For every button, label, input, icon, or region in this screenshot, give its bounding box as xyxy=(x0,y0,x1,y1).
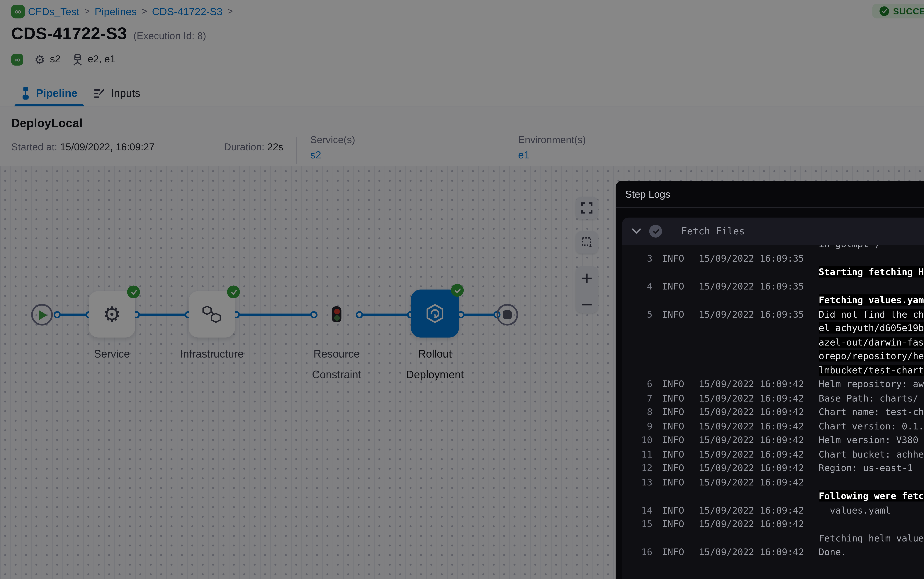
log-row: 3INFO15/09/2022 16:09:35 xyxy=(632,252,924,266)
log-card: Fetch Files ↑ ↓ 9s in gotmpl )3INFO15/09… xyxy=(622,218,924,579)
log-row: 15INFO15/09/2022 16:09:42 xyxy=(632,517,924,532)
log-row: Starting fetching Helm values xyxy=(632,265,924,280)
step-logs-panel: Step Logs Console View xyxy=(615,181,924,579)
log-row: 5INFO15/09/2022 16:09:35Did not find the… xyxy=(632,307,924,378)
log-row: 13INFO15/09/2022 16:09:42 xyxy=(632,476,924,489)
execution-page: ∞ CFDs_Test > Pipelines > CDS-41722-S3 >… xyxy=(0,0,924,579)
step-section-header[interactable]: Fetch Files ↑ ↓ 9s xyxy=(622,218,924,245)
log-row: 4INFO15/09/2022 16:09:35 xyxy=(632,280,924,294)
step-logs-header: Step Logs Console View xyxy=(615,181,924,208)
log-row: 9INFO15/09/2022 16:09:42Chart version: 0… xyxy=(632,419,924,433)
step-success-icon xyxy=(649,225,662,237)
log-row: 14INFO15/09/2022 16:09:42- values.yaml xyxy=(632,504,924,518)
log-row: 10INFO15/09/2022 16:09:42Helm version: V… xyxy=(632,433,924,448)
log-row: 11INFO15/09/2022 16:09:42Chart bucket: a… xyxy=(632,448,924,461)
log-row: Fetching helm values completed successfu… xyxy=(632,532,924,546)
log-row: 6INFO15/09/2022 16:09:42Helm repository:… xyxy=(632,378,924,391)
log-row: 12INFO15/09/2022 16:09:42Region: us-east… xyxy=(632,461,924,476)
step-logs-title: Step Logs xyxy=(625,188,670,200)
log-body[interactable]: in gotmpl )3INFO15/09/2022 16:09:35Start… xyxy=(622,245,924,579)
log-row: 7INFO15/09/2022 16:09:42Base Path: chart… xyxy=(632,391,924,406)
step-name: Fetch Files xyxy=(681,226,745,237)
log-row: Following were fetched successfully : xyxy=(632,489,924,504)
log-row: Fetching values.yaml from helm chart rep… xyxy=(632,294,924,307)
log-row: 16INFO15/09/2022 16:09:42Done. xyxy=(632,546,924,559)
log-row: 8INFO15/09/2022 16:09:42Chart name: test… xyxy=(632,406,924,420)
log-row: in gotmpl ) xyxy=(632,245,924,252)
chevron-down-icon[interactable] xyxy=(632,228,641,234)
